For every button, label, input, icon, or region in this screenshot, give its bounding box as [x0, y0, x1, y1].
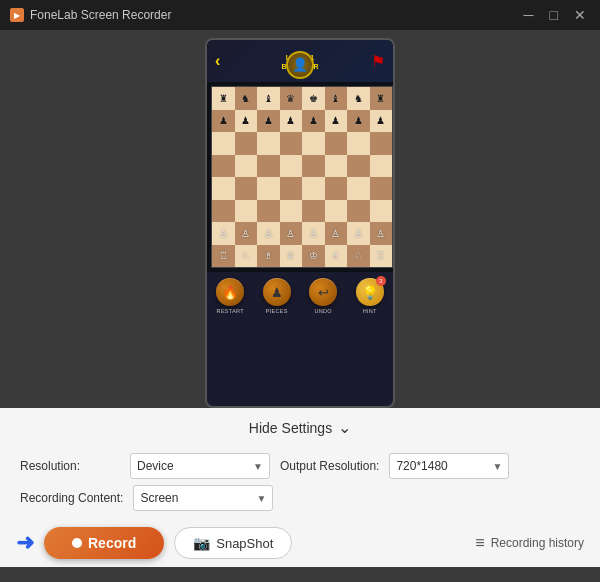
chess-cell: ♖ [370, 245, 393, 268]
chess-cell: ♟ [370, 110, 393, 133]
chess-cell: ♙ [370, 222, 393, 245]
chess-cell: ♟ [325, 110, 348, 133]
record-dot-icon [72, 538, 82, 548]
chess-cell: ♙ [347, 222, 370, 245]
chess-cell [280, 155, 303, 178]
record-label: Record [88, 535, 136, 551]
chess-cell: ♜ [212, 87, 235, 110]
chess-cell [257, 200, 280, 223]
chess-cell [302, 177, 325, 200]
chess-cell: ♟ [347, 110, 370, 133]
pieces-icon: ♟ [263, 278, 291, 306]
chess-cell [370, 132, 393, 155]
main-content: ‹ 👤 LEVEL 1 BEGINNER ⚑ ♜♞♝♛♚♝♞♜♟♟♟♟♟♟♟♟♙… [0, 30, 600, 582]
chess-cell [257, 177, 280, 200]
pieces-button[interactable]: ♟ PIECES [263, 278, 291, 314]
recording-content-label: Recording Content: [20, 491, 123, 505]
chess-cell [302, 132, 325, 155]
snapshot-button[interactable]: 📷 SnapShot [174, 527, 292, 559]
chess-cell: ♖ [212, 245, 235, 268]
chess-cell: ♙ [257, 222, 280, 245]
chess-cell [347, 177, 370, 200]
chess-cell: ♙ [280, 222, 303, 245]
chess-cell [212, 155, 235, 178]
chess-cell: ♛ [280, 87, 303, 110]
hint-icon: 💡 3 [356, 278, 384, 306]
chess-cell: ♟ [280, 110, 303, 133]
chess-cell [212, 200, 235, 223]
record-button[interactable]: Record [44, 527, 164, 559]
chess-cell [370, 177, 393, 200]
window-controls: ─ □ ✕ [520, 6, 590, 24]
chess-cell [257, 155, 280, 178]
restart-button[interactable]: 🔥 RESTART [216, 278, 244, 314]
output-resolution-select[interactable]: 720*1480 ▼ [389, 453, 509, 479]
chess-cell: ♞ [235, 87, 258, 110]
back-arrow-icon[interactable]: ‹ [215, 52, 220, 70]
recording-content-value: Screen [140, 491, 178, 505]
resolution-label: Resolution: [20, 459, 120, 473]
undo-label: UNDO [315, 308, 332, 314]
chess-cell [325, 155, 348, 178]
recording-history-button[interactable]: ≡ Recording history [475, 534, 584, 552]
hint-badge: 3 [376, 276, 386, 286]
chess-cell: ♔ [302, 245, 325, 268]
recording-content-chevron-icon: ▼ [257, 493, 267, 504]
history-label: Recording history [491, 536, 584, 550]
restart-icon: 🔥 [216, 278, 244, 306]
chess-cell [325, 132, 348, 155]
close-button[interactable]: ✕ [570, 6, 590, 24]
chess-cell [235, 132, 258, 155]
chess-cell: ♙ [212, 222, 235, 245]
chess-cell: ♟ [302, 110, 325, 133]
chess-cell [280, 200, 303, 223]
app-icon: ▶ [10, 8, 24, 22]
chess-board: ♜♞♝♛♚♝♞♜♟♟♟♟♟♟♟♟♙♙♙♙♙♙♙♙♖♘♗♕♔♗♘♖ [211, 86, 393, 268]
flag-icon: ⚑ [371, 52, 385, 71]
maximize-button[interactable]: □ [546, 6, 562, 24]
chess-cell [235, 155, 258, 178]
chess-cell: ♗ [325, 245, 348, 268]
chess-cell [280, 132, 303, 155]
chess-cell [302, 155, 325, 178]
chess-cell: ♘ [347, 245, 370, 268]
title-bar: ▶ FoneLab Screen Recorder ─ □ ✕ [0, 0, 600, 30]
chess-cell: ♟ [235, 110, 258, 133]
chess-cell [212, 177, 235, 200]
hint-button[interactable]: 💡 3 HINT [356, 278, 384, 314]
resolution-select[interactable]: Device ▼ [130, 453, 270, 479]
minimize-button[interactable]: ─ [520, 6, 538, 24]
snapshot-label: SnapShot [216, 536, 273, 551]
chess-cell [235, 177, 258, 200]
recording-content-select[interactable]: Screen ▼ [133, 485, 273, 511]
undo-icon: ↩ [309, 278, 337, 306]
chess-cell: ♕ [280, 245, 303, 268]
chess-cell [325, 200, 348, 223]
app-title: FoneLab Screen Recorder [30, 8, 171, 22]
chess-cell [370, 200, 393, 223]
chess-cell [347, 132, 370, 155]
chess-cell: ♙ [302, 222, 325, 245]
undo-button[interactable]: ↩ UNDO [309, 278, 337, 314]
chess-cell [235, 200, 258, 223]
settings-row-2: Recording Content: Screen ▼ [20, 485, 580, 511]
title-bar-left: ▶ FoneLab Screen Recorder [10, 8, 171, 22]
pieces-label: PIECES [266, 308, 288, 314]
game-header: ‹ 👤 LEVEL 1 BEGINNER ⚑ [207, 40, 393, 82]
restart-label: RESTART [217, 308, 244, 314]
header-center: 👤 LEVEL 1 BEGINNER [282, 51, 319, 71]
camera-icon: 📷 [193, 535, 210, 551]
hamburger-icon: ≡ [475, 534, 484, 552]
output-chevron-icon: ▼ [493, 461, 503, 472]
hide-settings-bar[interactable]: Hide Settings ⌄ [0, 408, 600, 445]
chess-cell: ♗ [257, 245, 280, 268]
chess-cell: ♞ [347, 87, 370, 110]
settings-panel: Resolution: Device ▼ Output Resolution: … [0, 445, 600, 519]
resolution-value: Device [137, 459, 174, 473]
phone-preview: ‹ 👤 LEVEL 1 BEGINNER ⚑ ♜♞♝♛♚♝♞♜♟♟♟♟♟♟♟♟♙… [205, 38, 395, 408]
chess-cell [370, 155, 393, 178]
chess-cell: ♘ [235, 245, 258, 268]
chess-cell [347, 155, 370, 178]
chess-cell [325, 177, 348, 200]
chess-cell: ♟ [257, 110, 280, 133]
